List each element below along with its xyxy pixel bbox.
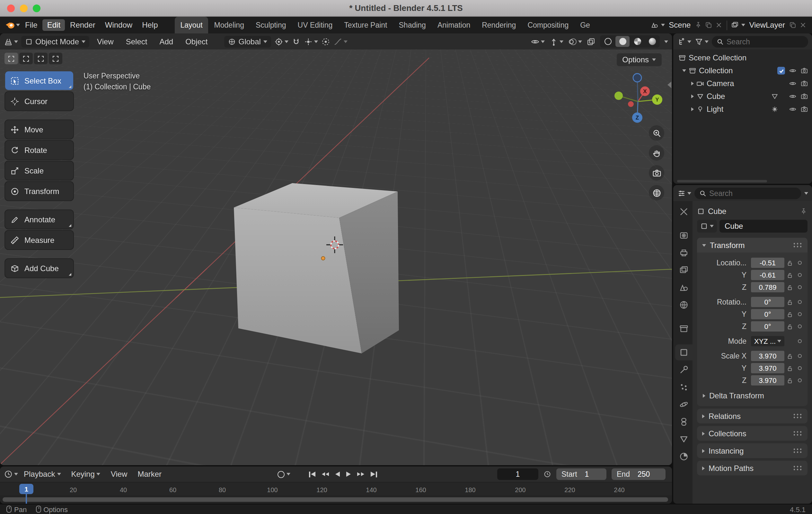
workspace-tab-shading[interactable]: Shading	[393, 17, 432, 33]
snapping-dropdown[interactable]	[304, 37, 318, 46]
tool-scale[interactable]: Scale	[5, 161, 73, 180]
tool-transform[interactable]: Transform	[5, 182, 73, 200]
animate-toggle[interactable]	[795, 273, 804, 277]
outliner-search[interactable]	[712, 36, 808, 47]
hide-viewport-eye-icon[interactable]	[789, 80, 796, 87]
properties-search[interactable]	[694, 187, 801, 199]
tool-select-box[interactable]: Select Box	[5, 71, 73, 90]
menu-playback[interactable]: Playback	[19, 468, 65, 480]
prev-keyframe-button[interactable]	[320, 468, 331, 480]
lock-toggle[interactable]	[784, 272, 795, 279]
lock-toggle[interactable]	[784, 352, 795, 360]
outliner-scrollbar[interactable]	[677, 180, 767, 182]
outliner-row-scene-collection[interactable]: Scene Collection	[673, 51, 812, 64]
tab-render-properties[interactable]	[675, 227, 693, 244]
jump-to-end-button[interactable]	[369, 468, 379, 480]
tab-view-layer-properties[interactable]	[675, 262, 693, 278]
workspace-tab-layout[interactable]: Layout	[175, 17, 208, 33]
menu-view[interactable]: View	[92, 36, 118, 47]
animate-toggle[interactable]	[795, 285, 804, 289]
rotation-z-field[interactable]: 0°	[751, 321, 784, 332]
scale-y-field[interactable]: 3.970	[751, 363, 784, 373]
start-frame-field[interactable]: Start 1	[556, 468, 606, 480]
pin-scene-icon[interactable]	[694, 21, 702, 29]
navigation-gizmo[interactable]: X Y Z	[610, 73, 665, 125]
disable-render-camera-icon[interactable]	[801, 80, 808, 87]
select-mode-subtract-button[interactable]	[34, 53, 48, 64]
collections-panel-header[interactable]: Collections	[697, 426, 808, 441]
animate-toggle[interactable]	[795, 324, 804, 328]
current-frame-field[interactable]: 1	[497, 468, 538, 480]
outliner-row-light[interactable]: Light	[673, 103, 812, 116]
tab-tool-properties[interactable]	[675, 204, 693, 220]
expand-caret-icon[interactable]	[691, 82, 694, 85]
shading-dropdown-caret-icon[interactable]	[664, 40, 668, 43]
sidebar-collapse-arrow-icon[interactable]	[667, 82, 671, 88]
xray-toggle[interactable]	[586, 37, 596, 46]
transform-panel-header[interactable]: Transform	[697, 238, 808, 253]
location-y-field[interactable]: -0.61	[751, 270, 784, 280]
menu-window[interactable]: Window	[100, 19, 137, 31]
hide-viewport-eye-icon[interactable]	[789, 92, 796, 100]
scale-x-field[interactable]: 3.970	[751, 351, 784, 361]
menu-edit[interactable]: Edit	[43, 19, 65, 31]
tab-output-properties[interactable]	[675, 245, 693, 261]
location-x-field[interactable]: -0.51	[751, 258, 784, 268]
object-name-field[interactable]: Cube	[720, 220, 808, 233]
tab-scene-properties[interactable]	[675, 280, 693, 295]
workspace-tab-animation[interactable]: Animation	[432, 17, 476, 33]
menu-keying[interactable]: Keying	[66, 468, 105, 480]
tab-world-properties[interactable]	[675, 297, 693, 313]
location-z-field[interactable]: 0.789	[751, 282, 784, 292]
blender-logo[interactable]	[5, 20, 16, 30]
play-reverse-button[interactable]	[334, 468, 342, 480]
workspace-tab-compositing[interactable]: Compositing	[522, 17, 574, 33]
tab-object-properties[interactable]	[675, 344, 693, 361]
next-keyframe-button[interactable]	[355, 468, 366, 480]
lock-toggle[interactable]	[784, 298, 795, 306]
lock-toggle[interactable]	[784, 377, 795, 384]
pivot-point-dropdown[interactable]	[274, 37, 288, 46]
workspace-tab-sculpting[interactable]: Sculpting	[250, 17, 292, 33]
lock-toggle[interactable]	[784, 365, 795, 372]
menu-add[interactable]: Add	[155, 36, 178, 47]
zoom-window-button[interactable]	[33, 4, 40, 12]
menu-marker[interactable]: Marker	[133, 468, 166, 480]
properties-search-input[interactable]	[709, 189, 796, 197]
select-mode-extend-button[interactable]	[19, 53, 33, 64]
viewport-options-button[interactable]: Options	[616, 53, 662, 66]
expand-caret-icon[interactable]	[691, 107, 694, 111]
tab-modifier-properties[interactable]	[675, 362, 693, 378]
disable-render-camera-icon[interactable]	[801, 105, 808, 113]
window-titlebar[interactable]: * Untitled - Blender 4.5.1 LTS	[0, 0, 812, 17]
editor-type-button[interactable]	[4, 37, 18, 46]
tab-physics-properties[interactable]	[675, 396, 693, 412]
scene-icon[interactable]	[651, 21, 659, 29]
perspective-toggle-button[interactable]	[649, 185, 664, 200]
shading-solid-button[interactable]	[615, 36, 630, 47]
disable-render-camera-icon[interactable]	[801, 92, 808, 100]
collection-checkbox[interactable]	[777, 67, 785, 75]
id-type-selector[interactable]	[697, 220, 717, 233]
lock-toggle[interactable]	[784, 284, 795, 291]
workspace-tab-geometry-nodes[interactable]: Ge	[574, 17, 593, 33]
view-layer-browse-caret-icon[interactable]	[741, 24, 745, 26]
viewport-canvas[interactable]: User Perspective (1) Collection | Cube S…	[0, 50, 672, 465]
properties-options-caret-icon[interactable]	[804, 192, 808, 194]
tool-cursor[interactable]: Cursor	[5, 92, 73, 111]
minimize-window-button[interactable]	[20, 4, 28, 12]
rotation-mode-dropdown[interactable]: XYZ ...	[751, 336, 784, 346]
auto-keying-toggle[interactable]	[278, 470, 290, 478]
panel-drag-handle-icon[interactable]	[793, 465, 802, 471]
workspace-tab-modeling[interactable]: Modeling	[208, 17, 250, 33]
expand-caret-icon[interactable]	[691, 94, 694, 98]
snapping-toggle[interactable]	[292, 37, 301, 46]
outliner-display-mode-button[interactable]	[694, 37, 708, 46]
tool-rotate[interactable]: Rotate	[5, 141, 73, 159]
new-view-layer-icon[interactable]	[789, 21, 796, 29]
unlink-scene-icon[interactable]	[715, 21, 723, 29]
new-scene-icon[interactable]	[705, 21, 713, 29]
animate-toggle[interactable]	[795, 378, 804, 382]
transform-orientation-dropdown[interactable]: Global	[225, 36, 271, 47]
view-layer-icon[interactable]	[731, 21, 739, 29]
